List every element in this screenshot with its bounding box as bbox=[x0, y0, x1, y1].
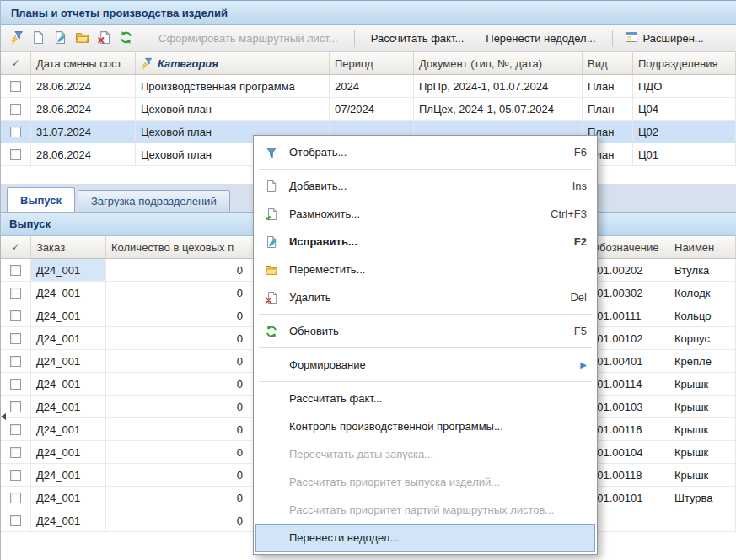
cell-designation: 001.00401 bbox=[586, 350, 669, 372]
menu-item-edit[interactable]: Исправить... F2 bbox=[255, 228, 595, 256]
header-date[interactable]: Дата смены сост bbox=[31, 52, 136, 74]
row-checkbox[interactable] bbox=[10, 401, 21, 412]
splitter-collapse-button[interactable] bbox=[1, 411, 8, 423]
cell-name: Крышк bbox=[669, 418, 736, 440]
cell-designation bbox=[586, 509, 669, 531]
row-checkbox[interactable] bbox=[10, 310, 21, 321]
cell-designation: 001.00102 bbox=[586, 327, 669, 349]
header-designation[interactable]: Обозначение bbox=[586, 236, 669, 258]
calc-fact-button[interactable]: Рассчитать факт... bbox=[360, 28, 475, 50]
cell-order: Д24_001 bbox=[31, 487, 106, 509]
extended-button[interactable]: Расширен... bbox=[618, 28, 711, 50]
menu-item-delete[interactable]: Удалить Del bbox=[255, 283, 595, 311]
cell-period: 07/2024 bbox=[330, 98, 414, 120]
edit-button[interactable] bbox=[49, 28, 71, 50]
cell-order: Д24_001 bbox=[31, 418, 106, 440]
cell-quantity: 0 bbox=[106, 259, 255, 281]
header-check-column[interactable]: ✓ bbox=[1, 236, 31, 258]
row-checkbox[interactable] bbox=[10, 288, 21, 299]
row-checkbox[interactable] bbox=[10, 265, 21, 276]
row-checkbox[interactable] bbox=[10, 149, 21, 160]
header-document[interactable]: Документ (тип, №, дата) bbox=[414, 52, 583, 74]
row-checkbox[interactable] bbox=[10, 379, 21, 390]
cell-order: Д24_001 bbox=[31, 282, 106, 304]
cell-kind: План bbox=[583, 98, 633, 120]
cell-quantity: 0 bbox=[106, 418, 255, 440]
menu-item-program-control[interactable]: Контроль производственной программы... bbox=[255, 412, 595, 440]
cell-kind: План bbox=[583, 75, 633, 97]
cell-order: Д24_001 bbox=[31, 373, 106, 395]
cell-quantity: 0 bbox=[106, 487, 255, 509]
cell-designation: 001.00104 bbox=[586, 441, 669, 463]
row-checkbox[interactable] bbox=[10, 470, 21, 481]
row-checkbox[interactable] bbox=[10, 81, 21, 92]
menu-separator bbox=[259, 169, 592, 170]
cell-designation: 001.00101 bbox=[586, 487, 669, 509]
move-button[interactable] bbox=[71, 28, 93, 50]
row-checkbox[interactable] bbox=[10, 493, 21, 503]
cell-document: ПрПр, 2024-1, 01.07.2024 bbox=[414, 75, 583, 97]
row-checkbox[interactable] bbox=[10, 127, 21, 137]
generate-route-list-button[interactable]: Сформировать маршрутный лист... bbox=[148, 28, 349, 50]
menu-item-duplicate[interactable]: Размножить... Ctrl+F3 bbox=[255, 200, 595, 228]
header-quantity[interactable]: Количество в цеховых п bbox=[106, 236, 255, 258]
add-button[interactable] bbox=[27, 28, 49, 50]
menu-item-filter[interactable]: Отобрать... F6 bbox=[255, 138, 595, 166]
cell-name: Крышк bbox=[669, 464, 736, 486]
cell-quantity: 0 bbox=[106, 509, 255, 531]
cell-departments: ПДО bbox=[633, 75, 736, 97]
row-checkbox[interactable] bbox=[10, 447, 21, 458]
cell-name: Крышк bbox=[669, 441, 736, 463]
cell-order: Д24_001 bbox=[31, 350, 106, 372]
cell-departments: Ц02 bbox=[633, 121, 736, 143]
cell-name: Крышк bbox=[669, 396, 736, 417]
move-folder-icon bbox=[260, 263, 283, 277]
row-checkbox[interactable] bbox=[10, 104, 21, 115]
filter-icon bbox=[260, 146, 283, 159]
menu-item-priority-products: Рассчитать приоритет выпуска изделий... bbox=[255, 468, 595, 496]
header-check-column[interactable]: ✓ bbox=[1, 52, 31, 74]
duplicate-document-icon bbox=[260, 207, 283, 221]
header-period[interactable]: Период bbox=[330, 52, 414, 74]
menu-item-calc-fact[interactable]: Рассчитать факт... bbox=[255, 385, 595, 412]
header-category-label: Категория bbox=[158, 57, 218, 70]
menu-item-add[interactable]: Добавить... Ins bbox=[255, 172, 595, 200]
menu-item-priority-route-batches: Рассчитать приоритет партий маршрутных л… bbox=[255, 496, 595, 524]
cell-designation: 001.00103 bbox=[586, 396, 669, 417]
cell-order: Д24_001 bbox=[31, 509, 106, 531]
context-menu: Отобрать... F6 Добавить... Ins Размножит… bbox=[253, 135, 598, 555]
plan-row[interactable]: 28.06.2024 Цеховой план 07/2024 ПлЦех, 2… bbox=[1, 98, 736, 121]
tab-zagruzka-podrazdelenij[interactable]: Загрузка подразделений bbox=[78, 190, 230, 212]
filter-button[interactable] bbox=[5, 28, 27, 50]
menu-item-refresh[interactable]: Обновить F5 bbox=[255, 317, 595, 345]
menu-item-transfer-shortfall[interactable]: Перенести недодел... bbox=[255, 524, 595, 552]
header-category[interactable]: Категория bbox=[136, 52, 330, 74]
cell-designation: 001.00118 bbox=[586, 464, 669, 486]
cell-category: Цеховой план bbox=[136, 98, 330, 120]
cell-quantity: 0 bbox=[106, 441, 255, 463]
header-departments[interactable]: Подразделения bbox=[633, 52, 736, 74]
row-checkbox[interactable] bbox=[10, 333, 21, 344]
menu-item-move[interactable]: Переместить... bbox=[255, 256, 595, 283]
cell-name: Штурва bbox=[669, 487, 736, 509]
cell-quantity: 0 bbox=[106, 282, 255, 304]
plans-table-header: ✓ Дата смены сост Категория Период Докум… bbox=[1, 52, 736, 75]
header-kind[interactable]: Вид bbox=[583, 52, 633, 74]
menu-item-formation[interactable]: Формирование ▶ bbox=[255, 351, 595, 379]
header-name[interactable]: Наимен bbox=[669, 236, 736, 258]
transfer-shortfall-button[interactable]: Перенести недодел... bbox=[475, 28, 606, 50]
row-checkbox[interactable] bbox=[10, 515, 21, 526]
tab-vypusk[interactable]: Выпуск bbox=[7, 187, 75, 212]
cell-name: Крышк bbox=[669, 373, 736, 395]
refresh-button[interactable] bbox=[115, 28, 137, 50]
cell-date: 28.06.2024 bbox=[31, 143, 136, 165]
cell-departments: Ц04 bbox=[633, 98, 736, 120]
delete-document-icon bbox=[260, 291, 283, 304]
plan-row[interactable]: 28.06.2024 Производственная программа 20… bbox=[1, 75, 736, 98]
cell-name: Кольцо bbox=[669, 304, 736, 326]
header-order[interactable]: Заказ bbox=[31, 236, 106, 258]
delete-button[interactable] bbox=[93, 28, 115, 50]
row-checkbox[interactable] bbox=[10, 356, 21, 367]
row-checkbox[interactable] bbox=[10, 424, 21, 435]
toolbar-separator bbox=[612, 30, 613, 47]
